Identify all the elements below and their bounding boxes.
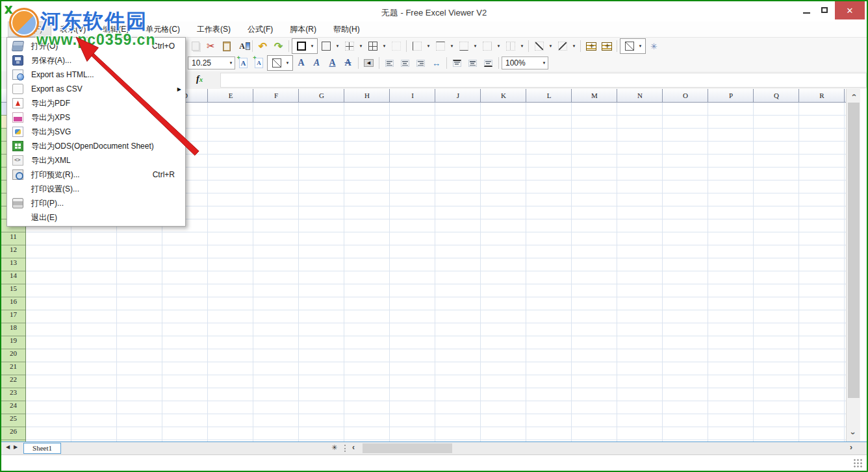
undo-button[interactable]: ↶ bbox=[255, 39, 270, 53]
font-size-dropdown[interactable]: ▼ bbox=[227, 61, 235, 65]
align-right-button[interactable] bbox=[413, 56, 428, 70]
horizontal-scroll-thumb[interactable] bbox=[363, 443, 452, 453]
zoom-dropdown[interactable]: ▼ bbox=[541, 61, 548, 65]
underline-button[interactable]: A bbox=[325, 56, 340, 70]
hscroll-right-icon[interactable]: › bbox=[850, 443, 852, 452]
column-header[interactable]: L bbox=[526, 89, 572, 102]
maximize-button[interactable] bbox=[817, 1, 832, 19]
cut-button[interactable]: ✂ bbox=[203, 39, 218, 53]
align-left-button[interactable] bbox=[382, 56, 397, 70]
row-header[interactable]: 21 bbox=[1, 362, 25, 375]
align-center-button[interactable] bbox=[398, 56, 413, 70]
menu-item-export-csv[interactable]: Export as CSV ▶ bbox=[7, 82, 185, 96]
menu-edit[interactable]: 编辑(E) bbox=[94, 21, 137, 37]
copy-button[interactable] bbox=[188, 39, 203, 53]
row-header[interactable]: 14 bbox=[1, 271, 25, 284]
resize-grip[interactable] bbox=[853, 458, 863, 468]
row-header[interactable]: 12 bbox=[1, 245, 25, 258]
menu-item-export-svg[interactable]: 导出为SVG bbox=[7, 125, 185, 139]
row-header[interactable]: 24 bbox=[1, 401, 25, 414]
valign-top-button[interactable] bbox=[450, 56, 465, 70]
menu-item-export-xps[interactable]: 导出为XPS bbox=[7, 110, 185, 125]
grow-font-button[interactable]: A bbox=[236, 56, 251, 70]
column-header[interactable]: K bbox=[481, 89, 526, 102]
column-header[interactable]: N bbox=[617, 89, 663, 102]
border-all-dropdown[interactable]: ▼ bbox=[381, 44, 388, 48]
border-none-dropdown[interactable]: ▼ bbox=[637, 44, 644, 48]
border-thick-dropdown[interactable]: ▼ bbox=[309, 44, 316, 48]
italic-button[interactable]: A bbox=[309, 56, 324, 70]
freeze-panes-button[interactable]: ✳ bbox=[646, 39, 661, 53]
menu-view[interactable]: 表示(V) bbox=[51, 21, 94, 37]
sheet-tab-active[interactable]: Sheet1 bbox=[23, 443, 61, 454]
tab-scroll-left-button[interactable]: ◀ bbox=[6, 444, 10, 450]
menu-item-export-pdf[interactable]: 导出为PDF bbox=[7, 96, 185, 110]
hscroll-left-icon[interactable]: ‹ bbox=[352, 443, 355, 452]
row-header[interactable]: 17 bbox=[1, 310, 25, 323]
menu-item-export-xml[interactable]: 导出为XML bbox=[7, 153, 185, 168]
format-painter-button[interactable]: A bbox=[235, 39, 249, 53]
column-header[interactable]: R bbox=[799, 89, 845, 102]
column-header[interactable]: E bbox=[208, 89, 253, 102]
menu-script[interactable]: 脚本(R) bbox=[281, 21, 325, 37]
menu-file[interactable]: 文件(F) bbox=[8, 21, 51, 37]
border-right-dropdown[interactable]: ▼ bbox=[495, 44, 502, 48]
border-diagonal-down-button[interactable] bbox=[555, 39, 570, 53]
column-header[interactable]: Q bbox=[754, 89, 799, 102]
valign-middle-button[interactable] bbox=[465, 56, 480, 70]
menu-worksheet[interactable]: 工作表(S) bbox=[188, 21, 239, 37]
border-thick-box-button[interactable] bbox=[294, 39, 309, 53]
column-header[interactable]: I bbox=[390, 89, 435, 102]
splitter-grip[interactable] bbox=[344, 445, 346, 452]
menu-formula[interactable]: 公式(F) bbox=[239, 21, 281, 37]
menu-help[interactable]: 帮助(H) bbox=[325, 21, 368, 37]
border-box-button[interactable] bbox=[318, 39, 333, 53]
border-left-dropdown[interactable]: ▼ bbox=[425, 44, 432, 48]
insert-cells-button[interactable] bbox=[583, 39, 598, 53]
diagonal-down-dropdown[interactable]: ▼ bbox=[570, 44, 578, 48]
menu-item-exit[interactable]: 退出(E) bbox=[7, 210, 185, 225]
column-header[interactable]: G bbox=[299, 89, 344, 102]
border-bottom-button[interactable] bbox=[456, 39, 471, 53]
border-left-button[interactable] bbox=[409, 39, 424, 53]
vertical-scroll-thumb[interactable] bbox=[848, 103, 860, 398]
redo-button[interactable]: ↷ bbox=[271, 39, 286, 53]
row-header[interactable]: 16 bbox=[1, 297, 25, 310]
border-all-button[interactable] bbox=[365, 39, 380, 53]
border-inner-cross-button[interactable] bbox=[342, 39, 357, 53]
row-header[interactable]: 23 bbox=[1, 388, 25, 401]
row-header[interactable]: 25 bbox=[1, 414, 25, 427]
column-header[interactable]: M bbox=[572, 89, 617, 102]
merge-table-button[interactable] bbox=[599, 39, 614, 53]
menu-item-export-ods[interactable]: 导出为ODS(OpenDocument Sheet) bbox=[7, 139, 185, 153]
merge-cells-button[interactable]: ◀ bbox=[361, 56, 376, 70]
column-header[interactable]: O bbox=[663, 89, 708, 102]
diagonal-up-dropdown[interactable]: ▼ bbox=[547, 44, 554, 48]
border-none-button[interactable] bbox=[622, 39, 637, 53]
menu-item-print-settings[interactable]: 打印设置(S)... bbox=[7, 182, 185, 196]
strikethrough-button[interactable]: A bbox=[340, 56, 355, 70]
menu-item-open[interactable]: 打开(O) Ctrl+O bbox=[7, 39, 185, 53]
menu-item-save-as[interactable]: 另保存(A)... bbox=[7, 53, 185, 68]
row-header[interactable]: 26 bbox=[1, 427, 25, 440]
column-header[interactable]: H bbox=[344, 89, 390, 102]
tab-scroll-right-button[interactable]: ▶ bbox=[14, 444, 18, 450]
border-top-dropdown[interactable]: ▼ bbox=[448, 44, 455, 48]
row-header[interactable]: 11 bbox=[1, 232, 25, 245]
wrap-text-button[interactable]: ↔ bbox=[429, 56, 444, 70]
column-header[interactable]: F bbox=[253, 89, 299, 102]
border-diagonal-up-button[interactable] bbox=[531, 39, 546, 53]
vertical-scrollbar[interactable]: › › bbox=[846, 89, 860, 441]
column-header[interactable]: P bbox=[708, 89, 754, 102]
border-vertical-dropdown[interactable]: ▼ bbox=[518, 44, 526, 48]
menu-item-print-preview[interactable]: 打印预览(R)... Ctrl+R bbox=[7, 168, 185, 182]
new-sheet-icon[interactable]: ✳ bbox=[331, 443, 337, 452]
row-header[interactable]: 15 bbox=[1, 284, 25, 297]
border-box-dropdown[interactable]: ▼ bbox=[334, 44, 341, 48]
paste-button[interactable] bbox=[219, 39, 234, 53]
formula-input[interactable] bbox=[220, 73, 867, 88]
menu-item-export-html[interactable]: Export as HTML... bbox=[7, 68, 185, 82]
shrink-font-button[interactable]: A bbox=[251, 56, 266, 70]
border-bottom-dropdown[interactable]: ▼ bbox=[472, 44, 479, 48]
menu-cell[interactable]: 单元格(C) bbox=[137, 21, 188, 37]
